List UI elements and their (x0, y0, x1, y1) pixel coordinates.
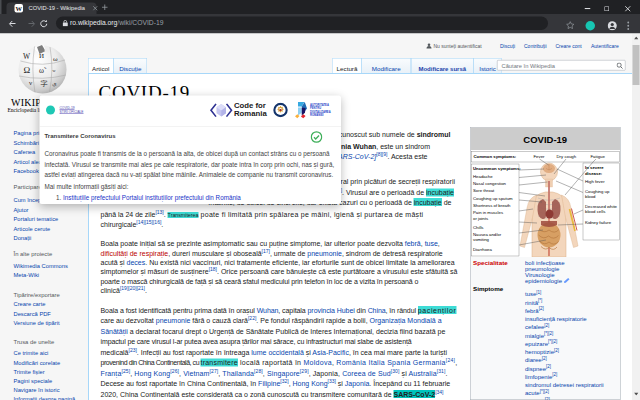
svg-text:И: И (39, 52, 44, 60)
svg-text:ω: ω (53, 55, 58, 63)
svg-text:Coughing up: Coughing up (585, 189, 610, 194)
svg-text:W: W (23, 52, 31, 61)
svg-text:or joints: or joints (473, 216, 488, 221)
svg-text:ν: ν (29, 79, 32, 87)
svg-text:Coughing up sputum: Coughing up sputum (473, 196, 513, 201)
svg-text:Headache: Headache (473, 174, 493, 179)
svg-text:Common symptoms:: Common symptoms: (474, 154, 517, 159)
svg-text:ʷ: ʷ (53, 68, 56, 76)
svg-text:Ω: Ω (24, 65, 31, 75)
svg-text:Decreased white: Decreased white (585, 204, 618, 209)
svg-text:ي: ي (52, 80, 57, 87)
svg-text:Pain in muscles: Pain in muscles (473, 210, 503, 215)
svg-text:Dry cough: Dry cough (557, 154, 577, 159)
svg-text:disease:: disease: (585, 171, 603, 176)
svg-text:Kidney failure: Kidney failure (585, 220, 612, 225)
svg-text:Sore throat: Sore throat (473, 188, 495, 193)
svg-text:Diarrhoea: Diarrhoea (473, 247, 492, 252)
svg-text:Nasal congestion: Nasal congestion (473, 181, 507, 186)
svg-text:字: 字 (41, 80, 48, 88)
svg-text:blood: blood (585, 194, 596, 199)
svg-text:High fever: High fever (585, 179, 605, 184)
svg-text:Fever: Fever (534, 154, 546, 159)
svg-text:blood cells: blood cells (585, 209, 605, 214)
svg-text:Shortness of breath: Shortness of breath (473, 203, 511, 208)
svg-text:Uncommon symptoms:: Uncommon symptoms: (473, 166, 521, 171)
svg-text:vomiting: vomiting (473, 237, 490, 242)
svg-text:Fatigue: Fatigue (591, 154, 606, 159)
svg-text:Chills: Chills (473, 225, 484, 230)
svg-text:In severe: In severe (585, 165, 604, 170)
svg-text:Nausea and/or: Nausea and/or (473, 232, 502, 237)
